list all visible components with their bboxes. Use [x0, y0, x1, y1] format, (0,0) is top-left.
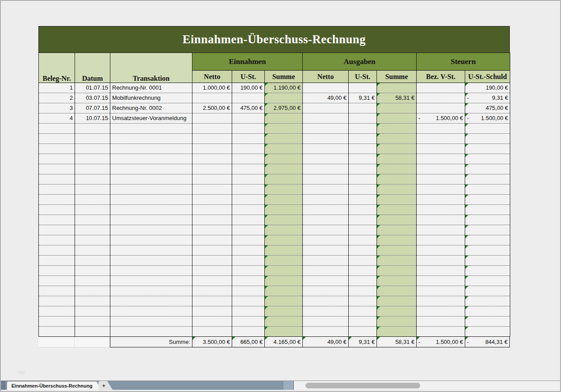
header-ausgaben-ust[interactable]: U-St.	[349, 71, 377, 83]
horizontal-scrollbar[interactable]	[294, 381, 560, 390]
cell-transaktion[interactable]: Umsatzsteuer-Voranmeldung	[110, 113, 192, 124]
cell-datum[interactable]	[75, 276, 110, 286]
cell-e-summe[interactable]	[265, 225, 303, 235]
cell-bez-vst[interactable]	[417, 185, 465, 195]
cell-a-ust[interactable]	[349, 296, 377, 306]
cell-a-summe[interactable]	[377, 174, 417, 185]
cell-datum[interactable]	[75, 154, 110, 164]
cell-e-ust[interactable]	[232, 215, 265, 225]
summary-ghost-cell[interactable]	[38, 337, 75, 347]
cell-e-ust[interactable]	[232, 286, 265, 296]
cell-a-ust[interactable]	[349, 134, 377, 144]
cell-transaktion[interactable]	[110, 317, 192, 327]
cell-a-summe[interactable]	[377, 306, 417, 317]
cell-a-ust[interactable]	[349, 144, 377, 154]
cell-bez-vst[interactable]	[417, 154, 465, 164]
cell-a-summe[interactable]	[377, 276, 417, 286]
cell-a-summe[interactable]	[377, 317, 417, 327]
cell-nr[interactable]: 1	[39, 83, 75, 93]
cell-a-netto[interactable]	[303, 174, 349, 185]
cell-bez-vst[interactable]	[417, 174, 465, 185]
cell-datum[interactable]	[75, 215, 110, 225]
header-einnahmen-ust[interactable]: U-St.	[232, 71, 265, 83]
cell-a-netto[interactable]	[303, 144, 349, 154]
header-bez-vst[interactable]: Bez. V-St.	[417, 71, 465, 83]
cell-e-summe[interactable]	[265, 245, 303, 256]
cell-e-summe[interactable]	[265, 144, 303, 154]
cell-datum[interactable]	[75, 205, 110, 215]
cell-a-netto[interactable]	[303, 296, 349, 306]
cell-summe-a-summe[interactable]: 58,31 €	[377, 337, 416, 347]
cell-a-summe[interactable]	[377, 134, 417, 144]
cell-a-ust[interactable]	[349, 195, 377, 205]
cell-e-netto[interactable]: 2.500,00 €	[192, 103, 232, 113]
cell-e-netto[interactable]	[192, 164, 232, 174]
cell-a-summe[interactable]	[377, 154, 417, 164]
cell-a-ust[interactable]	[349, 83, 377, 93]
cell-e-ust[interactable]	[232, 296, 265, 306]
cell-summe-e-summe[interactable]: 4.165,00 €	[264, 337, 302, 347]
cell-a-ust[interactable]	[349, 103, 377, 113]
group-header-ausgaben[interactable]: Ausgaben	[303, 53, 417, 71]
cell-nr[interactable]	[39, 134, 75, 144]
cell-nr[interactable]	[39, 286, 75, 296]
cell-transaktion[interactable]	[110, 225, 192, 235]
cell-ust-schuld[interactable]	[465, 317, 510, 327]
cell-e-ust[interactable]	[232, 306, 265, 317]
cell-datum[interactable]	[75, 144, 110, 154]
cell-e-summe[interactable]	[265, 134, 303, 144]
cell-e-summe[interactable]	[265, 306, 303, 317]
cell-a-ust[interactable]	[349, 256, 377, 266]
cell-summe-bez-vst[interactable]: -1.500,00 €	[416, 337, 465, 347]
cell-a-summe[interactable]	[377, 327, 417, 337]
cell-a-netto[interactable]	[303, 256, 349, 266]
cell-ust-schuld[interactable]	[465, 195, 510, 205]
cell-a-ust[interactable]	[349, 113, 377, 124]
cell-e-ust[interactable]	[232, 124, 265, 134]
cell-ust-schuld[interactable]	[465, 144, 510, 154]
cell-e-ust[interactable]	[232, 235, 265, 245]
cell-a-summe[interactable]	[377, 103, 417, 113]
cell-e-summe[interactable]	[265, 164, 303, 174]
cell-datum[interactable]: 07.07.15	[75, 103, 110, 113]
summary-ghost-cell[interactable]	[75, 337, 110, 347]
cell-a-ust[interactable]	[349, 266, 377, 276]
cell-e-ust[interactable]	[232, 256, 265, 266]
cell-transaktion[interactable]	[110, 276, 192, 286]
cell-a-ust[interactable]	[349, 276, 377, 286]
cell-ust-schuld[interactable]	[465, 225, 510, 235]
cell-a-summe[interactable]	[377, 235, 417, 245]
cell-transaktion[interactable]	[110, 266, 192, 276]
cell-nr[interactable]	[39, 215, 75, 225]
cell-e-ust[interactable]	[232, 134, 265, 144]
tab-scroll-strip[interactable]	[1, 381, 5, 390]
cell-datum[interactable]	[75, 174, 110, 185]
cell-a-netto[interactable]	[303, 235, 349, 245]
cell-summe-e-netto[interactable]: 3.500,00 €	[192, 337, 232, 347]
cell-bez-vst[interactable]	[417, 286, 465, 296]
cell-ust-schuld[interactable]: 475,00 €	[465, 103, 510, 113]
cell-e-ust[interactable]: 475,00 €	[232, 103, 265, 113]
cell-e-summe[interactable]	[265, 174, 303, 185]
cell-nr[interactable]	[39, 174, 75, 185]
cell-transaktion[interactable]	[110, 144, 192, 154]
cell-transaktion[interactable]	[110, 134, 192, 144]
cell-a-ust[interactable]	[349, 124, 377, 134]
sheet-title-cell[interactable]: Einnahmen-Überschuss-Rechnung	[38, 26, 510, 53]
cell-nr[interactable]	[39, 154, 75, 164]
cell-a-netto[interactable]	[303, 134, 349, 144]
cell-e-netto[interactable]	[192, 306, 232, 317]
cell-transaktion[interactable]	[110, 174, 192, 185]
cell-e-ust[interactable]	[232, 317, 265, 327]
cell-ust-schuld[interactable]	[465, 276, 510, 286]
header-datum[interactable]: Datum	[75, 53, 110, 83]
cell-bez-vst[interactable]	[417, 256, 465, 266]
cell-a-summe[interactable]	[377, 245, 417, 256]
cell-bez-vst[interactable]	[417, 327, 465, 337]
cell-e-summe[interactable]	[265, 113, 303, 124]
cell-datum[interactable]	[75, 185, 110, 195]
cell-e-ust[interactable]	[232, 174, 265, 185]
cell-e-netto[interactable]	[192, 195, 232, 205]
cell-bez-vst[interactable]	[417, 164, 465, 174]
cell-bez-vst[interactable]	[417, 225, 465, 235]
